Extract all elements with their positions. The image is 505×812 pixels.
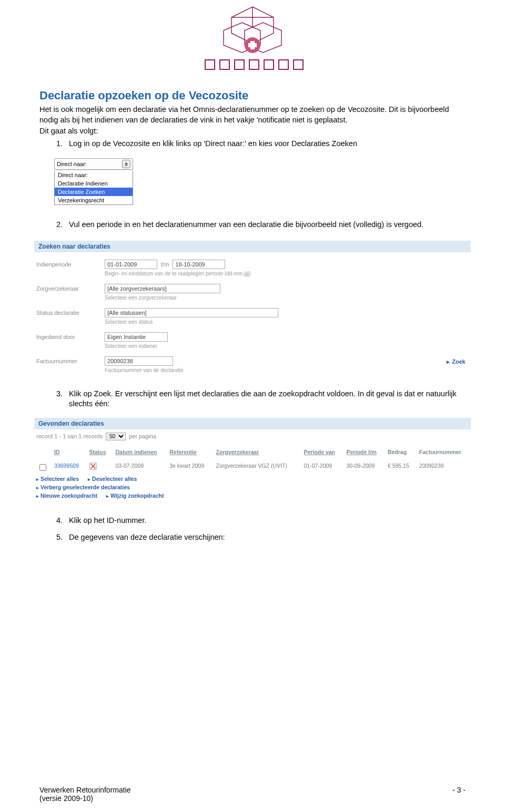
- col-periode-van[interactable]: Periode van: [301, 446, 344, 460]
- arrow-right-icon: [36, 476, 39, 482]
- record-count-pre: record 1 - 1 van 1 records: [36, 433, 103, 439]
- col-status[interactable]: Status: [86, 446, 113, 460]
- document-page: Declaratie opzoeken op de Vecozosite Het…: [0, 0, 505, 812]
- col-bedrag: Bedrag: [385, 446, 416, 460]
- cell-pvan: 01-07-2009: [301, 460, 344, 475]
- id-link[interactable]: 33699509: [54, 462, 79, 469]
- results-links-row2: Verberg geselecteerde declaraties: [34, 483, 471, 491]
- dropdown-list: Direct naar: Declaratie Indienen Declara…: [54, 171, 133, 205]
- cell-bedrag: € 595,15: [385, 460, 416, 475]
- results-header: Gevonden declaraties: [34, 418, 471, 429]
- label-ingediend: Ingediend door: [34, 332, 105, 340]
- step-4: Klik op het ID-nummer.: [65, 516, 466, 526]
- svg-rect-14: [294, 60, 303, 69]
- col-factuurnummer: Factuurnummer: [416, 446, 471, 460]
- hint-factuur: Factuurnummer van de declaratie: [105, 367, 184, 373]
- dropdown-combobox[interactable]: Direct naar:: [54, 158, 133, 170]
- dropdown-item[interactable]: Declaratie Indienen: [55, 179, 133, 188]
- cell-zorg: Zorgverzekeraar VGZ (UVIT): [213, 460, 301, 475]
- main-title: Declaratie opzoeken op de Vecozosite: [39, 89, 466, 102]
- step-1: Log in op de Vecozosite en klik links op…: [65, 139, 466, 149]
- results-links-row1: Selecteer alles Deselecteer alles: [34, 475, 471, 483]
- label-indienperiode: Indienperiode: [34, 260, 105, 268]
- col-periode-tm[interactable]: Periode t/m: [344, 446, 385, 460]
- dropdown-item[interactable]: Direct naar:: [55, 171, 133, 179]
- cell-referentie: 3e kwart 2009: [166, 460, 213, 475]
- input-factuurnummer[interactable]: [105, 356, 173, 366]
- svg-rect-9: [220, 60, 229, 69]
- label-zorgverzekeraar: Zorgverzekeraar: [34, 284, 105, 292]
- svg-rect-13: [279, 60, 288, 69]
- dropdown-selected: Direct naar:: [57, 161, 87, 167]
- search-form-panel: Zoeken naar declaraties Indienperiode t/…: [34, 241, 471, 373]
- cell-datum: 03-07-2009: [112, 460, 166, 475]
- intro-para-2: Dit gaat als volgt:: [39, 126, 466, 137]
- dropdown-item-selected[interactable]: Declaratie Zoeken: [55, 188, 133, 196]
- logo: [39, 0, 466, 74]
- link-deselect-all[interactable]: Deselecteer alles: [88, 476, 137, 482]
- status-icon: [86, 460, 113, 475]
- input-date-to[interactable]: [173, 260, 225, 269]
- zoek-button[interactable]: ▸ Zoek: [447, 358, 466, 365]
- col-zorgverzekeraar[interactable]: Zorgverzekeraar: [213, 446, 301, 460]
- svg-rect-8: [205, 60, 215, 69]
- dropdown-stepper-icon: [122, 160, 130, 168]
- dropdown-item[interactable]: Verzekeringsrecht: [55, 196, 133, 204]
- link-new-search[interactable]: Nieuwe zoekopdracht: [36, 492, 97, 499]
- arrow-right-icon: [88, 476, 90, 482]
- hint-status: Selecteer een status: [105, 319, 278, 325]
- arrow-right-icon: [36, 484, 39, 490]
- arrow-right-icon: [106, 492, 109, 499]
- zoek-label: Zoek: [452, 358, 466, 365]
- select-status[interactable]: [105, 308, 278, 317]
- svg-rect-7: [248, 43, 257, 47]
- label-factuur: Factuurnummer: [34, 356, 105, 364]
- col-referentie[interactable]: Referentie: [166, 446, 213, 460]
- logo-graphic: [200, 4, 305, 73]
- select-ingediend[interactable]: [105, 332, 168, 342]
- arrow-right-icon: [36, 492, 39, 499]
- record-count-line: record 1 - 1 van 1 records 50 per pagina: [34, 429, 471, 443]
- step-2: Vul een periode in en het declaratienumm…: [65, 220, 466, 230]
- intro-para-1: Het is ook mogelijk om een declaratie vi…: [39, 105, 466, 125]
- per-page-select[interactable]: 50: [106, 433, 126, 440]
- hint-indienperiode: Begin- en einddatum van de te raadplegen…: [105, 271, 251, 276]
- label-tm: t/m: [161, 261, 169, 268]
- col-datum[interactable]: Datum indienen: [112, 446, 166, 460]
- arrow-right-icon: ▸: [447, 358, 450, 365]
- svg-rect-12: [264, 60, 274, 69]
- select-zorgverzekeraar[interactable]: [105, 284, 220, 293]
- table-row: 33699509 03-07-2009 3e kwart 2009 Zorgve…: [34, 460, 471, 475]
- page-footer: Verwerken Retourinformatie (versie 2009-…: [39, 786, 466, 803]
- hint-ingediend: Selecteer een indiener: [105, 343, 168, 349]
- hint-zorgverzekeraar: Selecteer een zorgverzekeraar: [105, 295, 220, 301]
- results-links-row3: Nieuwe zoekopdracht Wijzig zoekopdracht: [34, 491, 471, 500]
- input-date-from[interactable]: [105, 260, 157, 269]
- record-count-post: per pagina: [129, 433, 156, 439]
- cell-factuur: 20090238: [416, 460, 471, 475]
- results-table: ID Status Datum indienen Referentie Zorg…: [34, 446, 471, 475]
- step-5: De gegevens van deze declaratie verschij…: [65, 532, 466, 543]
- link-hide-selected[interactable]: Verberg geselecteerde declaraties: [36, 484, 130, 490]
- label-status: Status declaratie: [34, 308, 105, 316]
- dropdown-screenshot: Direct naar: Direct naar: Declaratie Ind…: [54, 158, 133, 205]
- step-3: Klik op Zoek. Er verschijnt een lijst me…: [65, 389, 466, 409]
- svg-rect-11: [249, 60, 259, 69]
- footer-page-number: - 3 -: [452, 786, 466, 803]
- link-select-all[interactable]: Selecteer alles: [36, 476, 79, 482]
- link-edit-search[interactable]: Wijzig zoekopdracht: [106, 492, 164, 499]
- search-form-header: Zoeken naar declaraties: [34, 241, 471, 252]
- row-checkbox[interactable]: [39, 464, 46, 471]
- svg-rect-10: [235, 60, 244, 69]
- col-id[interactable]: ID: [51, 446, 86, 460]
- footer-left: Verwerken Retourinformatie (versie 2009-…: [39, 786, 131, 803]
- cell-ptm: 30-09-2009: [344, 460, 385, 475]
- results-panel: Gevonden declaraties record 1 - 1 van 1 …: [34, 418, 471, 500]
